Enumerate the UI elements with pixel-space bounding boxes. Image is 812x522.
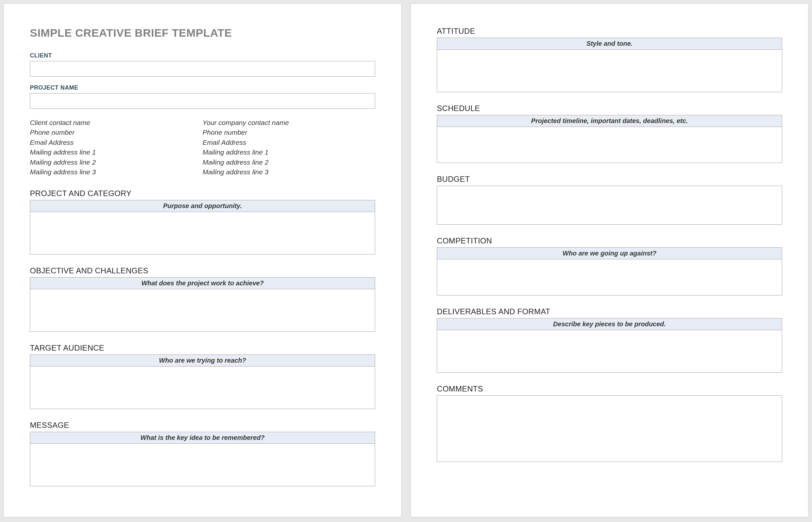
audience-prompt: Who are we trying to reach?	[30, 355, 375, 366]
schedule-body[interactable]	[437, 127, 782, 163]
project-category-heading: PROJECT AND CATEGORY	[30, 189, 375, 198]
deliverables-body[interactable]	[437, 330, 782, 372]
client-input[interactable]	[30, 61, 375, 77]
schedule-block: Projected timeline, important dates, dea…	[437, 115, 782, 163]
message-heading: MESSAGE	[30, 421, 375, 430]
objective-block: What does the project work to achieve?	[30, 277, 375, 332]
deliverables-block: Describe key pieces to be produced.	[437, 318, 782, 373]
message-block: What is the key idea to be remembered?	[30, 432, 375, 486]
company-contact-column: Your company contact name Phone number E…	[203, 118, 375, 177]
budget-heading: BUDGET	[437, 175, 782, 184]
client-contact-email: Email Address	[30, 138, 203, 147]
attitude-block: Style and tone.	[437, 38, 782, 92]
audience-block: Who are we trying to reach?	[30, 355, 375, 409]
comments-block[interactable]	[437, 395, 782, 462]
attitude-heading: ATTITUDE	[437, 27, 782, 36]
audience-body[interactable]	[30, 366, 375, 409]
company-contact-addr1: Mailing address line 1	[203, 147, 375, 157]
client-contact-addr2: Mailing address line 2	[30, 157, 203, 167]
competition-heading: COMPETITION	[437, 236, 782, 245]
project-category-prompt: Purpose and opportunity.	[30, 200, 375, 212]
contacts-row: Client contact name Phone number Email A…	[30, 118, 375, 177]
company-contact-addr2: Mailing address line 2	[203, 157, 375, 167]
project-category-body[interactable]	[30, 212, 375, 254]
project-category-block: Purpose and opportunity.	[30, 200, 375, 255]
objective-prompt: What does the project work to achieve?	[30, 278, 375, 289]
company-contact-name: Your company contact name	[203, 118, 375, 127]
company-contact-addr3: Mailing address line 3	[203, 167, 375, 177]
competition-prompt: Who are we going up against?	[437, 248, 782, 259]
project-name-label: PROJECT NAME	[30, 84, 375, 91]
schedule-heading: SCHEDULE	[437, 104, 782, 113]
message-body[interactable]	[30, 444, 375, 486]
deliverables-heading: DELIVERABLES AND FORMAT	[437, 307, 782, 316]
objective-body[interactable]	[30, 289, 375, 332]
message-prompt: What is the key idea to be remembered?	[30, 432, 375, 444]
document-spread: SIMPLE CREATIVE BRIEF TEMPLATE CLIENT PR…	[4, 4, 808, 517]
attitude-prompt: Style and tone.	[437, 38, 782, 50]
company-contact-phone: Phone number	[203, 127, 375, 137]
page-2: ATTITUDE Style and tone. SCHEDULE Projec…	[411, 4, 808, 517]
company-contact-email: Email Address	[203, 138, 375, 147]
project-name-input[interactable]	[30, 93, 375, 109]
attitude-body[interactable]	[437, 50, 782, 92]
competition-body[interactable]	[437, 259, 782, 295]
client-label: CLIENT	[30, 52, 375, 59]
client-contact-addr1: Mailing address line 1	[30, 147, 203, 157]
deliverables-prompt: Describe key pieces to be produced.	[437, 319, 782, 330]
client-contact-name: Client contact name	[30, 118, 203, 127]
comments-heading: COMMENTS	[437, 384, 782, 394]
client-contact-addr3: Mailing address line 3	[30, 167, 203, 177]
client-contact-column: Client contact name Phone number Email A…	[30, 118, 203, 177]
objective-heading: OBJECTIVE AND CHALLENGES	[30, 266, 375, 275]
budget-block[interactable]	[437, 186, 782, 225]
client-contact-phone: Phone number	[30, 127, 203, 137]
schedule-prompt: Projected timeline, important dates, dea…	[437, 115, 782, 127]
page-1: SIMPLE CREATIVE BRIEF TEMPLATE CLIENT PR…	[4, 4, 401, 517]
competition-block: Who are we going up against?	[437, 247, 782, 296]
document-title: SIMPLE CREATIVE BRIEF TEMPLATE	[30, 27, 375, 39]
audience-heading: TARGET AUDIENCE	[30, 343, 375, 353]
